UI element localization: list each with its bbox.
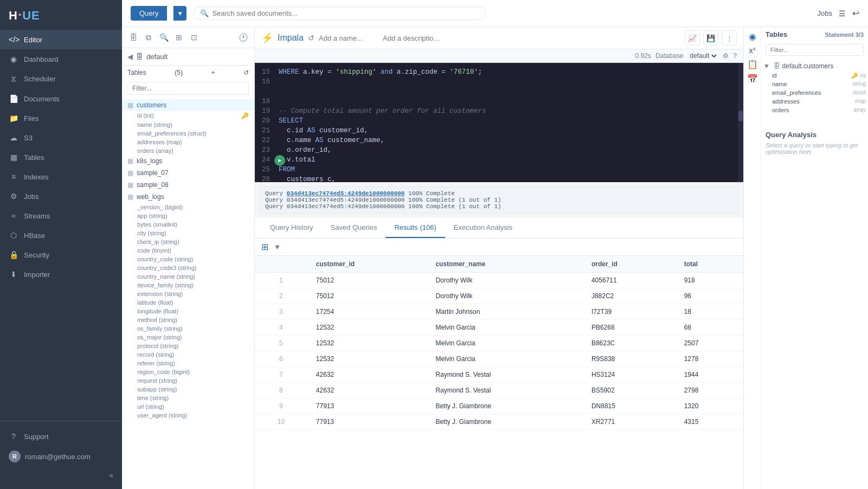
run-button[interactable]: ▶ [274, 155, 285, 166]
query-log-line-1: Query 034d413ec7474ed5:4249de1000000000 … [265, 190, 733, 197]
statement-label: Statement 3/3 [825, 31, 864, 38]
sidebar-item-tables[interactable]: ▦ Tables [0, 147, 122, 167]
sidebar-item-scheduler[interactable]: ⧖ Scheduler [0, 69, 122, 89]
save-icon[interactable]: 💾 [703, 30, 718, 46]
table-item-web-logs[interactable]: ▦ web_logs [122, 191, 254, 203]
search-input[interactable] [212, 9, 479, 17]
db-tree-dbname: default.customers [782, 62, 834, 70]
cell-customer-name: Melvin Garcia [427, 336, 583, 351]
sidebar-item-documents[interactable]: 📄 Documents [0, 89, 122, 108]
undo-icon[interactable]: ↩ [852, 8, 859, 18]
grid-results-icon[interactable]: ⊞ [261, 242, 268, 252]
db-field-addresses: addressesmap [763, 97, 866, 106]
sidebar-item-files[interactable]: 📁 Files [0, 108, 122, 128]
refresh-icon[interactable]: ↺ [243, 69, 249, 76]
sidebar-item-s3[interactable]: ☁ S3 [0, 128, 122, 147]
results-toolbar: ⊞ ▼ [255, 239, 743, 256]
cell-customer-id: 12532 [307, 336, 427, 351]
tab-saved-queries[interactable]: Saved Queries [322, 218, 385, 238]
snippet-icon[interactable]: 📋 [747, 59, 758, 69]
query-button[interactable]: Query [131, 6, 167, 21]
results-tbody: 1 75012 Dorothy Wilk 4056711 918 2 75012… [255, 273, 743, 430]
field-version: _version_ (bigint) [122, 203, 254, 211]
editor-icon: </> [9, 35, 18, 44]
add-table-icon[interactable]: + [211, 69, 215, 76]
table-item-sample08[interactable]: ▦ sample_08 [122, 179, 254, 191]
table-item-customers[interactable]: ▦ customers [122, 99, 254, 111]
field-device-family: device_family (string) [122, 281, 254, 289]
field-os-major: os_major (string) [122, 333, 254, 342]
tables-icon: ▦ [9, 153, 18, 162]
tab-query-history[interactable]: Query History [261, 218, 322, 238]
sidebar-collapse-btn[interactable]: « [0, 467, 122, 484]
math-icon[interactable]: x² [749, 46, 755, 55]
query-builder-icon[interactable]: ⊞ [173, 31, 185, 43]
db-select[interactable]: default [687, 52, 718, 60]
tab-execution-analysis[interactable]: Execution Analysis [445, 218, 521, 238]
table-item-k8s-logs[interactable]: ▦ k8s_logs [122, 155, 254, 167]
jobs-icon: ⚙ [9, 192, 18, 201]
sidebar-item-support[interactable]: ? Support [0, 427, 122, 446]
field-request: request (string) [122, 376, 254, 385]
search-tables-icon[interactable]: 🔍 [158, 31, 170, 43]
editor-desc-input[interactable] [383, 34, 680, 42]
back-arrow[interactable]: ◀ [127, 53, 133, 61]
db-tree-expand[interactable]: ▼ [763, 62, 770, 70]
editor-title-input[interactable] [319, 34, 378, 42]
field-user-agent: user_agent (string) [122, 411, 254, 420]
results-thead: customer_id customer_name order_id total [255, 256, 743, 273]
sidebar-item-label: Indexes [24, 173, 49, 181]
documents-icon: 📄 [9, 94, 18, 103]
help-icon[interactable]: ? [733, 52, 737, 60]
field-client-ip: client_ip (string) [122, 237, 254, 246]
sidebar-item-indexes[interactable]: ≡ Indexes [0, 167, 122, 186]
sidebar-item-hbase[interactable]: ⬡ HBase [0, 226, 122, 245]
field-protocol: protocol (string) [122, 342, 254, 350]
sidebar-item-label: HBase [24, 231, 45, 240]
field-country-name: country_name (string) [122, 272, 254, 281]
streams-icon: ≈ [9, 211, 18, 220]
download-icon[interactable]: ▼ [274, 243, 281, 251]
jobs-label[interactable]: Jobs [818, 9, 832, 17]
importer-icon: ⬇ [9, 270, 18, 279]
scrollbar-thumb[interactable] [738, 111, 743, 121]
tables-filter-input[interactable] [127, 82, 249, 95]
right-filter-input[interactable] [766, 44, 864, 56]
database-icon[interactable]: 🗄 [127, 31, 139, 43]
sidebar-item-jobs[interactable]: ⚙ Jobs [0, 186, 122, 206]
field-referer: referer (string) [122, 359, 254, 368]
main-area: Query ▾ 🔍 Jobs ☰ ↩ 🗄 ⧉ 🔍 ⊞ ⊡ 🕐 ◀ 🗄 [122, 0, 868, 489]
table-icon: ▦ [127, 181, 133, 189]
row-num: 4 [255, 320, 307, 336]
tables-panel-icon[interactable]: ◉ [749, 31, 756, 42]
grid-icon[interactable]: ⊡ [188, 31, 200, 43]
sidebar-item-dashboard[interactable]: ◉ Dashboard [0, 49, 122, 69]
undo-history-icon[interactable]: ↺ [308, 34, 314, 42]
calendar-icon[interactable]: 📅 [747, 74, 758, 84]
cell-customer-id: 12532 [307, 351, 427, 367]
sidebar-item-editor[interactable]: </> Editor [0, 30, 122, 49]
query-id[interactable]: 034d413ec7474ed5:4249de1000000000 [287, 190, 405, 197]
line-numbers: 15 16 18 19 20 21 22 23 24 25 26 27 28 [255, 63, 274, 182]
settings-icon[interactable]: ⚙ [723, 52, 729, 60]
copy-icon[interactable]: ⧉ [143, 31, 155, 43]
engine-name: Impala [278, 33, 304, 43]
tables-count: (5) [175, 69, 183, 76]
history-icon[interactable]: 🕐 [237, 31, 249, 43]
chart-icon[interactable]: 📈 [685, 30, 700, 46]
db-header: ◀ 🗄 default [122, 48, 254, 66]
search-bar[interactable]: 🔍 [193, 7, 486, 20]
query-dropdown-button[interactable]: ▾ [173, 6, 187, 21]
table-name: sample_08 [137, 181, 169, 189]
sidebar-item-security[interactable]: 🔒 Security [0, 245, 122, 265]
impala-icon: ⚡ [261, 32, 273, 44]
code-editor[interactable]: 15 16 18 19 20 21 22 23 24 25 26 27 28 [255, 63, 743, 182]
sidebar-item-streams[interactable]: ≈ Streams [0, 206, 122, 226]
user-profile[interactable]: R romain@gethue.com [0, 446, 122, 467]
tab-results[interactable]: Results (106) [385, 218, 445, 238]
scrollbar[interactable] [738, 63, 743, 182]
results-tabs: Query History Saved Queries Results (106… [255, 218, 743, 239]
table-item-sample07[interactable]: ▦ sample_07 [122, 167, 254, 179]
more-options-icon[interactable]: ⋮ [722, 30, 737, 46]
sidebar-item-importer[interactable]: ⬇ Importer [0, 265, 122, 284]
